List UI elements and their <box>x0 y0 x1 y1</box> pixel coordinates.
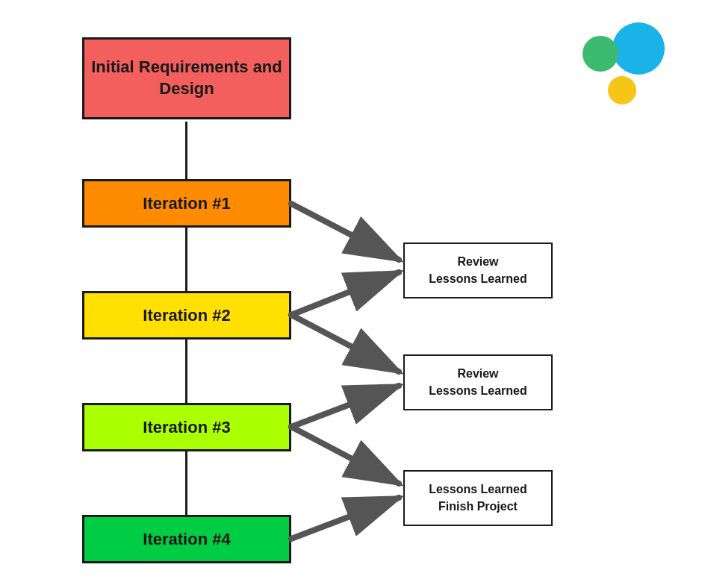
iteration1-box: Iteration #1 <box>82 179 291 228</box>
iteration4-box: Iteration #4 <box>82 515 291 563</box>
review-lessons-box-2: ReviewLessons Learned <box>403 354 553 410</box>
connector-v1 <box>185 122 187 179</box>
logo <box>568 22 665 112</box>
review-lessons-box-1: ReviewLessons Learned <box>403 243 553 298</box>
iteration2-box: Iteration #2 <box>82 291 291 340</box>
iteration3-label: Iteration #3 <box>143 418 230 437</box>
svg-line-2 <box>291 272 399 315</box>
lessons-learned-finish-box: Lessons LearnedFinish Project <box>403 470 553 526</box>
review-lessons-label-2: ReviewLessons Learned <box>429 366 527 399</box>
svg-line-3 <box>291 315 399 372</box>
svg-line-1 <box>291 204 399 260</box>
connector-v3 <box>185 340 187 403</box>
iteration2-label: Iteration #2 <box>143 306 230 325</box>
svg-line-6 <box>291 498 399 539</box>
circle-green-icon <box>583 36 618 72</box>
connector-v2 <box>185 228 187 291</box>
svg-line-4 <box>291 386 399 427</box>
iteration4-label: Iteration #4 <box>143 530 230 549</box>
circle-blue-icon <box>612 22 665 75</box>
review-lessons-label-1: ReviewLessons Learned <box>429 254 527 287</box>
initial-requirements-box: Initial Requirements and Design <box>82 37 291 119</box>
connector-v4 <box>185 451 187 515</box>
lessons-learned-finish-label: Lessons LearnedFinish Project <box>429 481 527 515</box>
svg-line-5 <box>291 427 399 484</box>
iteration1-label: Iteration #1 <box>143 194 230 213</box>
initial-requirements-label: Initial Requirements and Design <box>84 57 289 99</box>
circle-yellow-icon <box>608 76 636 104</box>
iteration3-box: Iteration #3 <box>82 403 291 451</box>
